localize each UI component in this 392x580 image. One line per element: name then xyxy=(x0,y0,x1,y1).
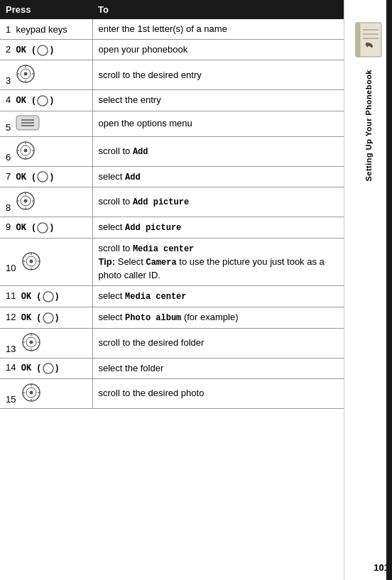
sidebar-label: Setting Up Your Phonebook xyxy=(364,70,373,182)
row-number: 2 xyxy=(6,44,16,55)
keyword-add: Add xyxy=(125,173,141,182)
ok-label: OK ( ) xyxy=(21,292,60,302)
ok-label: OK ( ) xyxy=(21,363,60,373)
table-row: 5 open the options menu xyxy=(0,111,344,136)
to-text: select Add picture xyxy=(99,221,182,232)
ok-label: OK ( ) xyxy=(16,173,54,182)
to-cell: select the entry xyxy=(92,90,344,111)
row-number: 12 xyxy=(6,312,21,322)
table-row: 1 keypad keysenter the 1st letter(s) of … xyxy=(0,19,344,40)
to-cell: open the options menu xyxy=(92,111,344,136)
to-cell: scroll to Add picture xyxy=(92,187,344,217)
to-cell: open your phonebook xyxy=(92,40,344,60)
svg-point-8 xyxy=(38,96,48,106)
table-header-row: Press To xyxy=(0,0,344,19)
svg-rect-54 xyxy=(356,23,360,57)
press-cell: 7 OK ( ) xyxy=(0,166,92,187)
row-number: 10 xyxy=(6,263,21,273)
press-cell: 1 keypad keys xyxy=(0,19,92,40)
to-text: scroll to the desired folder xyxy=(99,337,205,348)
table-row: 10 scroll to Media centerTip: Select Cam… xyxy=(0,239,344,286)
press-cell: 2 OK ( ) xyxy=(0,40,92,60)
press-cell: 11 OK ( ) xyxy=(0,285,92,307)
table-row: 3 scroll to the desired entry xyxy=(0,60,344,90)
options-key-icon xyxy=(16,122,40,133)
table-row: 2 OK ( )open your phonebook xyxy=(0,40,344,60)
table-row: 9 OK ( )select Add picture xyxy=(0,217,344,239)
press-cell: 9 OK ( ) xyxy=(0,217,92,239)
row-number: 11 xyxy=(6,290,21,301)
tip-text: Tip: Select Camera to use the picture yo… xyxy=(99,256,325,280)
scroll-wheel-icon xyxy=(16,202,36,213)
svg-point-15 xyxy=(24,148,28,152)
keyword-add-picture: Add picture xyxy=(125,223,181,233)
svg-point-40 xyxy=(29,340,33,344)
table-row: 14 OK ( )select the folder xyxy=(0,358,344,378)
row-number: 3 xyxy=(6,75,16,86)
row-number: 15 xyxy=(6,394,21,405)
svg-point-0 xyxy=(38,45,48,55)
press-cell: 6 xyxy=(0,136,92,166)
to-cell: scroll to Add xyxy=(92,136,344,166)
keyword-add: Add xyxy=(125,223,141,233)
scroll-wheel-icon xyxy=(21,263,41,273)
press-cell: 14 OK ( ) xyxy=(0,358,92,378)
row-number: 8 xyxy=(6,202,16,213)
svg-point-36 xyxy=(43,292,53,302)
keyword-add: Add xyxy=(133,147,148,157)
ok-label: OK ( ) xyxy=(21,313,60,323)
to-text: scroll to Add picture xyxy=(99,196,190,207)
table-row: 12 OK ( )select Photo album (for example… xyxy=(0,307,344,328)
press-cell: 5 xyxy=(0,111,92,136)
to-text: select the folder xyxy=(99,363,164,373)
to-text: scroll to the desired photo xyxy=(99,388,205,398)
sidebar-black-bar xyxy=(386,0,392,580)
svg-point-48 xyxy=(29,390,33,394)
to-text: select Photo album (for example) xyxy=(99,312,239,322)
to-text: scroll to the desired entry xyxy=(99,70,202,80)
press-text: keypad keys xyxy=(16,24,67,35)
row-number: 14 xyxy=(6,362,21,373)
table-row: 15 scroll to the desired photo xyxy=(0,378,344,408)
scroll-wheel-icon xyxy=(16,75,36,86)
to-text: select the entry xyxy=(99,94,161,105)
row-number: 1 xyxy=(6,24,16,35)
scroll-wheel-icon xyxy=(16,152,36,163)
scroll-wheel-icon xyxy=(21,344,41,354)
to-text: open your phonebook xyxy=(99,44,188,55)
phone-icon-container: Setting Up Your Phonebook xyxy=(353,21,384,182)
table-row: 4 OK ( )select the entry xyxy=(0,90,344,111)
to-cell: select the folder xyxy=(92,358,344,378)
keyword-media-center: Media center xyxy=(125,292,186,302)
to-cell: select Media center xyxy=(92,285,344,307)
ok-label: OK ( ) xyxy=(16,96,54,106)
ok-label: OK ( ) xyxy=(16,223,54,233)
to-text: scroll to Media center xyxy=(99,243,195,253)
to-text: select Add xyxy=(99,171,141,182)
press-cell: 12 OK ( ) xyxy=(0,307,92,328)
right-sidebar: Setting Up Your Phonebook 101 xyxy=(344,0,392,580)
row-number: 4 xyxy=(6,94,16,105)
svg-point-31 xyxy=(29,259,33,263)
row-number: 5 xyxy=(6,122,16,133)
table-row: 6 scroll to Add xyxy=(0,136,344,166)
row-number: 9 xyxy=(6,221,16,232)
to-text: select Media center xyxy=(99,290,187,301)
row-number: 13 xyxy=(6,344,21,354)
to-cell: scroll to the desired photo xyxy=(92,378,344,408)
to-text: enter the 1st letter(s) of a name xyxy=(99,23,227,34)
press-cell: 4 OK ( ) xyxy=(0,90,92,111)
press-cell: 8 xyxy=(0,187,92,217)
keyword-add-picture: Add picture xyxy=(133,197,189,207)
press-cell: 15 xyxy=(0,378,92,408)
to-cell: scroll to Media centerTip: Select Camera… xyxy=(92,239,344,286)
table-row: 11 OK ( )select Media center xyxy=(0,285,344,307)
to-header: To xyxy=(92,0,344,19)
table-row: 8 scroll to Add picture xyxy=(0,187,344,217)
svg-point-3 xyxy=(24,72,28,76)
press-header: Press xyxy=(0,0,92,19)
svg-point-28 xyxy=(38,223,48,233)
content-area: Press To 1 keypad keysenter the 1st lett… xyxy=(0,0,344,580)
ok-label: OK ( ) xyxy=(16,45,54,55)
keyword-add: Add xyxy=(133,197,148,207)
